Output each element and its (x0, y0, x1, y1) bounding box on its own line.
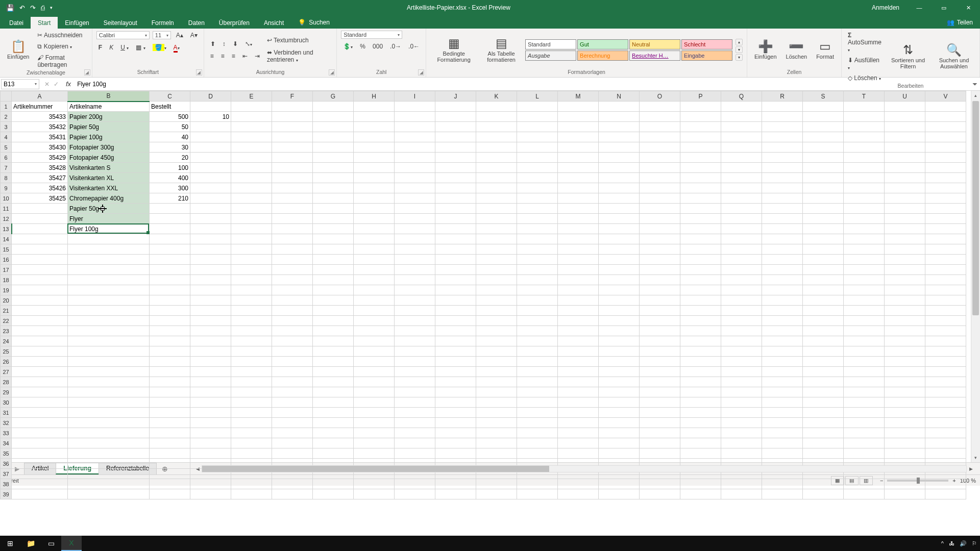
cell-V2[interactable] (925, 112, 966, 122)
cell-C24[interactable] (150, 336, 190, 346)
cell-F7[interactable] (272, 163, 313, 173)
cell-A29[interactable] (12, 387, 68, 397)
cell-O38[interactable] (640, 479, 680, 489)
cell-I11[interactable] (395, 204, 435, 214)
cell-H34[interactable] (354, 438, 395, 448)
cell-N28[interactable] (599, 377, 640, 387)
cell-H11[interactable] (354, 204, 395, 214)
cell-J29[interactable] (435, 387, 476, 397)
cell-A23[interactable] (12, 326, 68, 336)
cell-D8[interactable] (190, 173, 231, 183)
cell-F12[interactable] (272, 214, 313, 224)
cell-R34[interactable] (762, 438, 803, 448)
taskbar-explorer[interactable]: 📁 (20, 536, 41, 551)
find-select-button[interactable]: 🔍Suchen und Auswählen (933, 43, 975, 70)
cell-O26[interactable] (640, 357, 680, 367)
cell-L34[interactable] (517, 438, 558, 448)
cell-P15[interactable] (680, 244, 721, 255)
name-box[interactable]: B13▾ (1, 79, 39, 89)
cell-A7[interactable]: 35428 (12, 163, 68, 173)
cell-B27[interactable] (68, 367, 150, 377)
cell-L38[interactable] (517, 479, 558, 489)
cell-G18[interactable] (313, 275, 354, 285)
cell-D28[interactable] (190, 377, 231, 387)
cell-A30[interactable] (12, 397, 68, 408)
cell-L29[interactable] (517, 387, 558, 397)
cell-R39[interactable] (762, 489, 803, 499)
cell-J24[interactable] (435, 336, 476, 346)
cell-E5[interactable] (231, 142, 272, 153)
decrease-decimal-button[interactable]: .0← (406, 42, 422, 51)
cell-V8[interactable] (925, 173, 966, 183)
cell-M1[interactable] (558, 102, 599, 112)
cell-O39[interactable] (640, 489, 680, 499)
cell-D14[interactable] (190, 234, 231, 244)
cell-N23[interactable] (599, 326, 640, 336)
cell-D6[interactable] (190, 153, 231, 163)
cell-T6[interactable] (844, 153, 885, 163)
cell-R8[interactable] (762, 173, 803, 183)
cell-H16[interactable] (354, 255, 395, 265)
cell-D21[interactable] (190, 306, 231, 316)
cell-U2[interactable] (885, 112, 925, 122)
cell-T22[interactable] (844, 316, 885, 326)
cell-H17[interactable] (354, 265, 395, 275)
cell-A28[interactable] (12, 377, 68, 387)
cell-G27[interactable] (313, 367, 354, 377)
cell-Q12[interactable] (721, 214, 762, 224)
cell-J30[interactable] (435, 397, 476, 408)
cell-K2[interactable] (476, 112, 517, 122)
merge-center-button[interactable]: ⬌ Verbinden und zentrieren ▾ (265, 48, 332, 64)
cell-U12[interactable] (885, 214, 925, 224)
cell-C6[interactable]: 20 (150, 153, 190, 163)
cell-N35[interactable] (599, 448, 640, 459)
cell-B14[interactable] (68, 234, 150, 244)
cell-L32[interactable] (517, 418, 558, 428)
cell-V17[interactable] (925, 265, 966, 275)
cell-O6[interactable] (640, 153, 680, 163)
cell-N22[interactable] (599, 316, 640, 326)
cell-M28[interactable] (558, 377, 599, 387)
cell-S39[interactable] (803, 489, 844, 499)
scroll-thumb[interactable] (972, 101, 979, 315)
tray-up-icon[interactable]: ^ (941, 540, 944, 546)
cell-K5[interactable] (476, 142, 517, 153)
cell-D13[interactable] (190, 224, 231, 234)
cell-G39[interactable] (313, 489, 354, 499)
cell-V18[interactable] (925, 275, 966, 285)
cell-E15[interactable] (231, 244, 272, 255)
cell-S6[interactable] (803, 153, 844, 163)
cell-J7[interactable] (435, 163, 476, 173)
cell-U7[interactable] (885, 163, 925, 173)
col-header-C[interactable]: C (150, 91, 190, 102)
cell-S14[interactable] (803, 234, 844, 244)
cell-T39[interactable] (844, 489, 885, 499)
cell-Q38[interactable] (721, 479, 762, 489)
cell-A32[interactable] (12, 418, 68, 428)
cell-J14[interactable] (435, 234, 476, 244)
cell-A37[interactable] (12, 469, 68, 479)
row-header-37[interactable]: 37 (1, 469, 12, 479)
cell-K25[interactable] (476, 346, 517, 357)
cell-M2[interactable] (558, 112, 599, 122)
cell-P8[interactable] (680, 173, 721, 183)
cell-I9[interactable] (395, 183, 435, 193)
cell-C10[interactable]: 210 (150, 193, 190, 204)
cell-J34[interactable] (435, 438, 476, 448)
cell-T11[interactable] (844, 204, 885, 214)
cell-R1[interactable] (762, 102, 803, 112)
cell-U18[interactable] (885, 275, 925, 285)
cell-E26[interactable] (231, 357, 272, 367)
cell-Q31[interactable] (721, 408, 762, 418)
cell-O28[interactable] (640, 377, 680, 387)
cell-T23[interactable] (844, 326, 885, 336)
cell-V24[interactable] (925, 336, 966, 346)
cell-M24[interactable] (558, 336, 599, 346)
cell-Q33[interactable] (721, 428, 762, 438)
cell-P4[interactable] (680, 132, 721, 142)
cell-L21[interactable] (517, 306, 558, 316)
cell-C34[interactable] (150, 438, 190, 448)
cell-H22[interactable] (354, 316, 395, 326)
cell-T34[interactable] (844, 438, 885, 448)
cell-N9[interactable] (599, 183, 640, 193)
